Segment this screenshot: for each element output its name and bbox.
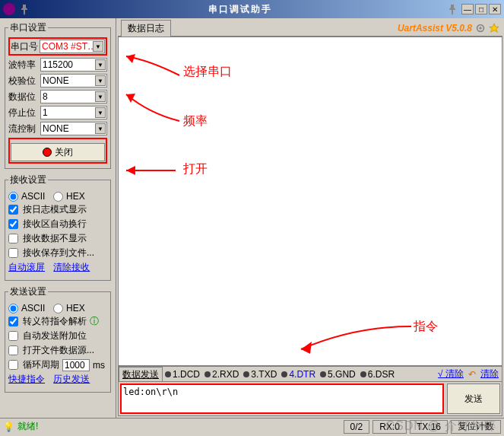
save-file-label: 接收保存到文件... (23, 247, 94, 259)
gear-icon[interactable] (475, 23, 486, 33)
recv-hex-label: HEX (66, 191, 85, 202)
port-value: COM3 #ST… (42, 41, 97, 52)
status-dot-icon (43, 148, 52, 157)
auto-append-check[interactable] (8, 331, 18, 341)
send-button[interactable]: 发送 (447, 383, 500, 414)
save-file-check[interactable] (8, 248, 18, 258)
auto-append-label: 自动发送附加位 (23, 329, 87, 342)
svg-marker-4 (126, 166, 135, 175)
parity-value: NONE (43, 75, 69, 86)
send-area: 数据发送 1.DCD 2.RXD 3.TXD 4.DTR 5.GND 6.DSR… (118, 366, 502, 416)
ready-icon: 💡 (3, 422, 14, 432)
svg-marker-5 (301, 342, 312, 354)
clear-recv-link[interactable]: 清除接收 (53, 261, 90, 274)
cycle-check[interactable] (8, 360, 18, 370)
window-title: 串口调试助手 (33, 3, 446, 16)
left-panel: 串口设置 串口号 COM3 #ST… ▼ 波特率 115200 ▼ 校验位 NO… (0, 18, 116, 418)
send-settings-legend: 发送设置 (8, 285, 48, 298)
pin-icon-right[interactable] (446, 3, 458, 15)
data-log-tab[interactable]: 数据日志 (121, 20, 171, 37)
undo-icon[interactable]: ↶ (468, 369, 476, 380)
baud-value: 115200 (43, 59, 73, 70)
dropdown-arrow-icon: ▼ (95, 107, 106, 118)
quick-cmd-link[interactable]: 快捷指令 (8, 373, 45, 386)
watermark: CSDN @ 介野牛碎 (386, 418, 496, 434)
cycle-input[interactable] (62, 359, 90, 371)
databits-label: 数据位 (8, 91, 37, 103)
ready-label: 就绪! (17, 420, 38, 433)
open-file-check[interactable] (8, 345, 18, 355)
dropdown-arrow-icon: ▼ (95, 75, 106, 86)
flowctrl-label: 流控制 (8, 123, 37, 135)
right-panel: 数据日志 UartAssist V5.0.8 选择串口 频率 打开 指令 数据发… (116, 18, 504, 418)
annotation-command: 指令 (414, 319, 438, 335)
send-hex-radio[interactable] (53, 304, 63, 313)
dropdown-arrow-icon: ▼ (95, 59, 106, 70)
stopbits-select[interactable]: 1 ▼ (40, 106, 107, 119)
close-window-button[interactable]: ✕ (489, 4, 501, 14)
escape-label: 转义符指令解析 (23, 315, 87, 328)
log-area[interactable]: 选择串口 频率 打开 指令 (118, 37, 502, 366)
close-port-button[interactable]: 关闭 (11, 143, 105, 161)
signal-gnd[interactable]: 5.GND (318, 369, 358, 380)
auto-wrap-check[interactable] (8, 219, 18, 229)
brand-label: UartAssist V5.0.8 (398, 23, 472, 33)
send-hex-label: HEX (66, 303, 85, 313)
close-btn-label: 关闭 (55, 146, 73, 159)
svg-point-1 (479, 27, 482, 30)
send-tabs: 数据发送 1.DCD 2.RXD 3.TXD 4.DTR 5.GND 6.DSR… (119, 367, 502, 382)
recv-ascii-radio[interactable] (8, 192, 18, 202)
annotation-frequency: 频率 (183, 113, 208, 129)
stopbits-label: 停止位 (8, 107, 37, 119)
history-link[interactable]: 历史发送 (53, 373, 90, 386)
dropdown-arrow-icon: ▼ (93, 41, 103, 52)
log-mode-check[interactable] (8, 205, 18, 215)
minimize-button[interactable]: — (461, 4, 474, 14)
auto-wrap-label: 接收区自动换行 (23, 218, 87, 231)
pin-icon[interactable] (18, 3, 30, 15)
star-icon[interactable] (489, 23, 499, 33)
parity-select[interactable]: NONE ▼ (40, 74, 107, 88)
open-file-label: 打开文件数据源... (23, 344, 94, 357)
app-icon (3, 3, 15, 15)
annotation-open: 打开 (183, 161, 208, 177)
maximize-button[interactable]: □ (475, 4, 487, 14)
recv-ascii-label: ASCII (21, 191, 45, 202)
port-label: 串口号 (11, 40, 40, 53)
signal-dsr[interactable]: 6.DSR (358, 369, 397, 380)
signal-dtr[interactable]: 4.DTR (279, 369, 318, 380)
log-mode-label: 按日志模式显示 (23, 203, 87, 216)
send-ascii-label: ASCII (21, 303, 45, 313)
auto-scroll-link[interactable]: 自动滚屏 (8, 261, 45, 274)
stopbits-value: 1 (43, 107, 48, 118)
recv-settings-legend: 接收设置 (8, 173, 48, 186)
annotation-select-port: 选择串口 (183, 64, 232, 80)
dropdown-arrow-icon: ▼ (95, 91, 106, 102)
cycle-label: 循环周期 (23, 358, 59, 371)
escape-check[interactable] (8, 317, 18, 326)
dropdown-arrow-icon: ▼ (95, 123, 106, 134)
recv-hex-radio[interactable] (53, 192, 63, 202)
svg-marker-3 (126, 94, 135, 103)
send-input[interactable]: led:on\r\n (120, 383, 444, 414)
port-select[interactable]: COM3 #ST… ▼ (40, 40, 105, 53)
databits-value: 8 (43, 91, 48, 102)
clear-check-link[interactable]: √ 清除 (438, 368, 464, 380)
flowctrl-select[interactable]: NONE ▼ (40, 122, 107, 135)
status-counter: 0/2 (344, 420, 370, 434)
cycle-unit: ms (93, 360, 105, 371)
baud-select[interactable]: 115200 ▼ (40, 58, 107, 72)
send-settings-group: 发送设置 ASCII HEX 转义符指令解析ⓘ 自动发送附加位 打开文件数据源.… (5, 285, 111, 393)
send-ascii-radio[interactable] (8, 304, 18, 313)
port-settings-group: 串口设置 串口号 COM3 #ST… ▼ 波特率 115200 ▼ 校验位 NO… (5, 21, 111, 169)
clear-link[interactable]: 清除 (480, 368, 499, 380)
signal-dcd[interactable]: 1.DCD (163, 369, 202, 380)
recv-settings-group: 接收设置 ASCII HEX 按日志模式显示 接收区自动换行 接收数据不显示 接… (5, 173, 111, 281)
signal-txd[interactable]: 3.TXD (241, 369, 279, 380)
hide-data-check[interactable] (8, 234, 18, 243)
data-send-tab[interactable]: 数据发送 (119, 367, 163, 382)
flowctrl-value: NONE (43, 123, 69, 134)
parity-label: 校验位 (8, 75, 37, 88)
signal-rxd[interactable]: 2.RXD (202, 369, 241, 380)
databits-select[interactable]: 8 ▼ (40, 90, 107, 103)
